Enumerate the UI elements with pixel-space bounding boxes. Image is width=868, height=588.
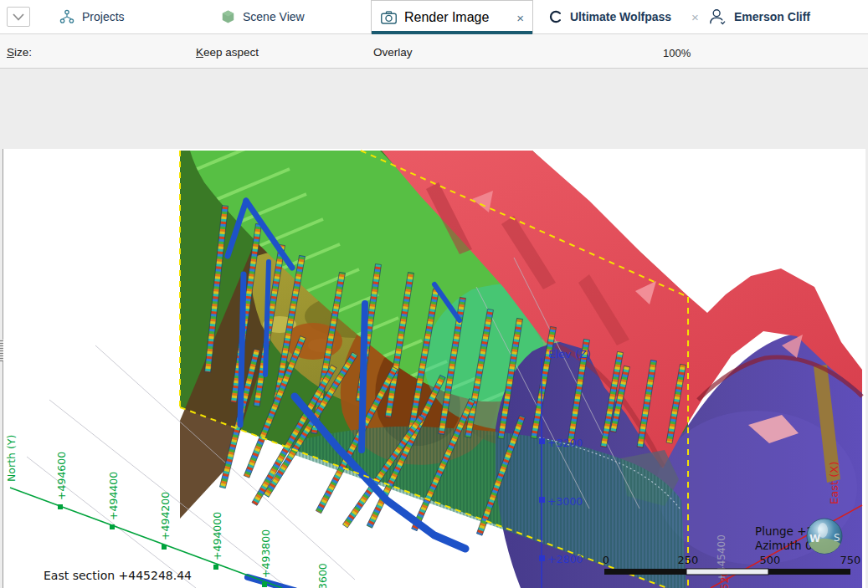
tab-scene-view[interactable]: Scene View	[220, 0, 305, 33]
svg-text:3600: 3600	[316, 563, 329, 588]
tab-ultimate-wolfpass-label: Ultimate Wolfpass	[570, 10, 671, 23]
elev-axis-title: Elev (Z)	[548, 348, 591, 360]
overlay-label[interactable]: Overlay	[373, 46, 413, 59]
svg-text:+3000: +3000	[547, 495, 583, 508]
tab-render-image-close-icon[interactable]: ×	[516, 12, 524, 24]
tab-ultimate-wolfpass-close-icon[interactable]: ×	[691, 11, 699, 23]
compass-west-label: W	[809, 533, 820, 545]
svg-text:+494000: +494000	[211, 512, 223, 560]
tab-overflow-dropdown-button[interactable]	[7, 7, 30, 27]
account-menu[interactable]: Emerson Cliff	[707, 0, 810, 33]
svg-text:+494600: +494600	[55, 452, 68, 500]
svg-text:+2800: +2800	[547, 553, 583, 565]
account-name-label: Emerson Cliff	[734, 10, 810, 23]
tab-projects-label: Projects	[82, 10, 125, 23]
svg-text:+494200: +494200	[159, 492, 172, 540]
scene-hexagon-icon	[220, 8, 236, 25]
north-axis-title: North (Y)	[5, 435, 18, 482]
projects-hierarchy-icon	[59, 8, 75, 25]
render-toolbar: Size: 1030 525 Keep aspect Off Overlay R…	[0, 34, 868, 69]
svg-text:0: 0	[603, 554, 609, 566]
user-icon	[707, 7, 727, 27]
rendered-image-preview: North (Y) +494600 +494400 +494200 +49400…	[3, 149, 865, 588]
size-label: Size:	[7, 46, 32, 59]
tab-projects[interactable]: Projects	[59, 0, 125, 33]
east-axis-title: East (X)	[828, 462, 840, 504]
tab-render-image-active[interactable]: Render Image ×	[371, 0, 533, 34]
svg-text:+494400: +494400	[107, 472, 120, 520]
zoom-level-label: 100%	[663, 47, 691, 59]
svg-text:750: 750	[840, 554, 861, 566]
tab-bar: Projects Scene View Render Image × Ultim…	[0, 0, 868, 34]
camera-icon	[380, 10, 398, 25]
compass-ball: W S	[807, 519, 842, 554]
central-c-logo-icon	[548, 9, 563, 24]
svg-text:500: 500	[760, 554, 781, 566]
section-caption: East section +445248.44	[44, 569, 192, 582]
keep-aspect-label[interactable]: Keep aspect	[196, 46, 259, 59]
tab-ultimate-wolfpass[interactable]: Ultimate Wolfpass	[548, 0, 671, 33]
rendered-scene: North (Y) +494600 +494400 +494200 +49400…	[3, 149, 865, 588]
svg-text:+3200: +3200	[547, 437, 583, 449]
tab-render-image-label: Render Image	[404, 10, 489, 25]
tab-scene-view-label: Scene View	[243, 10, 305, 23]
svg-text:+493800: +493800	[259, 529, 272, 578]
chevron-down-icon	[13, 13, 24, 21]
svg-text:250: 250	[678, 554, 699, 566]
compass-south-label: S	[834, 532, 840, 544]
